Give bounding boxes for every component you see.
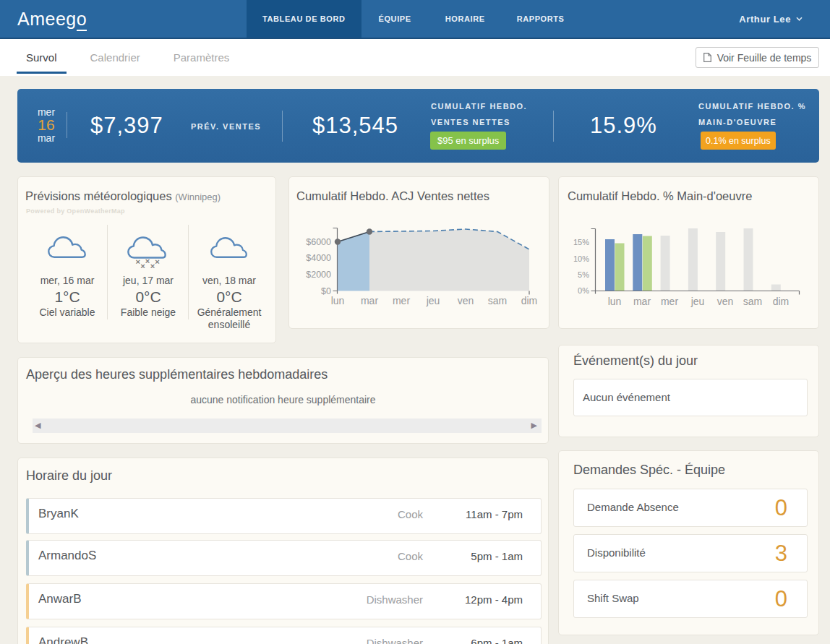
svg-text:sam: sam (743, 296, 762, 307)
svg-text:×: × (145, 257, 150, 265)
svg-text:0%: 0% (578, 286, 589, 295)
svg-text:ven: ven (717, 296, 734, 307)
svg-text:dim: dim (773, 296, 790, 307)
svg-text:mer: mer (661, 296, 678, 307)
svg-text:×: × (140, 262, 145, 269)
svg-text:mar: mar (633, 296, 651, 307)
svg-text:lun: lun (331, 295, 345, 306)
svg-text:mar: mar (361, 295, 378, 306)
svg-text:dim: dim (521, 295, 538, 306)
svg-text:5%: 5% (578, 270, 589, 279)
svg-text:10%: 10% (573, 254, 589, 263)
svg-text:jeu: jeu (690, 296, 705, 307)
svg-text:$2000: $2000 (306, 270, 331, 280)
svg-text:$4000: $4000 (306, 253, 331, 263)
svg-text:15%: 15% (573, 238, 589, 246)
svg-text:mer: mer (393, 295, 410, 306)
svg-text:×: × (155, 257, 160, 266)
svg-text:×: × (150, 262, 155, 269)
svg-text:sam: sam (488, 295, 507, 306)
svg-text:$0: $0 (321, 286, 331, 296)
svg-text:$6000: $6000 (306, 237, 331, 247)
svg-text:ven: ven (458, 295, 474, 306)
svg-text:lun: lun (608, 296, 622, 307)
svg-text:jeu: jeu (426, 295, 440, 306)
